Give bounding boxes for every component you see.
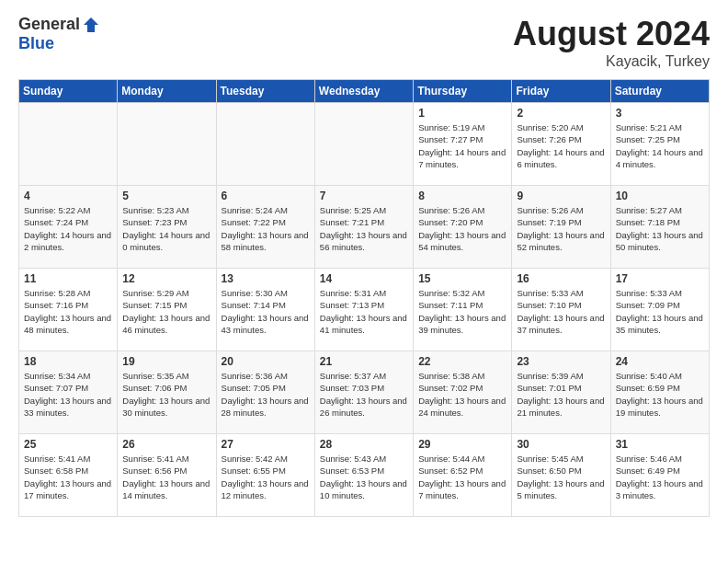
- calendar-table: Sunday Monday Tuesday Wednesday Thursday…: [18, 79, 710, 517]
- calendar-cell: 22Sunrise: 5:38 AMSunset: 7:02 PMDayligh…: [414, 351, 512, 434]
- day-info: Sunrise: 5:19 AMSunset: 7:27 PMDaylight:…: [418, 122, 506, 169]
- calendar-cell: 8Sunrise: 5:26 AMSunset: 7:20 PMDaylight…: [414, 186, 512, 269]
- day-number: 3: [616, 107, 704, 120]
- day-number: 23: [517, 355, 605, 368]
- day-info: Sunrise: 5:45 AMSunset: 6:50 PMDaylight:…: [517, 454, 604, 500]
- day-number: 25: [24, 438, 112, 451]
- day-number: 17: [616, 272, 704, 285]
- day-info: Sunrise: 5:40 AMSunset: 6:59 PMDaylight:…: [616, 371, 703, 418]
- day-info: Sunrise: 5:38 AMSunset: 7:02 PMDaylight:…: [418, 371, 506, 418]
- calendar-cell: [216, 103, 314, 186]
- day-info: Sunrise: 5:30 AMSunset: 7:14 PMDaylight:…: [222, 288, 309, 335]
- day-info: Sunrise: 5:41 AMSunset: 6:58 PMDaylight:…: [24, 454, 111, 500]
- day-number: 6: [222, 190, 310, 202]
- day-number: 18: [24, 355, 112, 368]
- day-info: Sunrise: 5:37 AMSunset: 7:03 PMDaylight:…: [320, 371, 407, 418]
- logo-icon: [82, 16, 100, 34]
- day-info: Sunrise: 5:41 AMSunset: 6:56 PMDaylight:…: [122, 454, 210, 500]
- calendar-cell: 18Sunrise: 5:34 AMSunset: 7:07 PMDayligh…: [19, 351, 118, 434]
- day-number: 16: [517, 272, 605, 285]
- col-monday: Monday: [118, 80, 216, 103]
- location: Kayacik, Turkey: [513, 53, 710, 70]
- calendar-cell: 7Sunrise: 5:25 AMSunset: 7:21 PMDaylight…: [314, 186, 413, 269]
- logo: General Blue: [18, 15, 100, 53]
- calendar-cell: [314, 103, 413, 186]
- day-number: 11: [24, 272, 112, 285]
- calendar-cell: 3Sunrise: 5:21 AMSunset: 7:25 PMDaylight…: [610, 103, 709, 186]
- calendar-cell: 15Sunrise: 5:32 AMSunset: 7:11 PMDayligh…: [414, 269, 512, 351]
- day-number: 10: [616, 190, 704, 202]
- day-number: 29: [418, 438, 506, 451]
- calendar-cell: 16Sunrise: 5:33 AMSunset: 7:10 PMDayligh…: [512, 269, 610, 351]
- day-info: Sunrise: 5:33 AMSunset: 7:09 PMDaylight:…: [616, 288, 703, 335]
- day-number: 28: [320, 438, 408, 451]
- calendar-cell: 17Sunrise: 5:33 AMSunset: 7:09 PMDayligh…: [610, 269, 709, 351]
- calendar-cell: 9Sunrise: 5:26 AMSunset: 7:19 PMDaylight…: [512, 186, 610, 269]
- calendar-week-2: 4Sunrise: 5:22 AMSunset: 7:24 PMDaylight…: [19, 186, 710, 269]
- calendar-cell: 25Sunrise: 5:41 AMSunset: 6:58 PMDayligh…: [19, 434, 118, 517]
- calendar-cell: 12Sunrise: 5:29 AMSunset: 7:15 PMDayligh…: [118, 269, 216, 351]
- day-info: Sunrise: 5:32 AMSunset: 7:11 PMDaylight:…: [418, 288, 506, 335]
- header-row: Sunday Monday Tuesday Wednesday Thursday…: [19, 80, 710, 103]
- day-number: 24: [616, 355, 704, 368]
- calendar-cell: 2Sunrise: 5:20 AMSunset: 7:26 PMDaylight…: [512, 103, 610, 186]
- day-info: Sunrise: 5:20 AMSunset: 7:26 PMDaylight:…: [517, 122, 604, 169]
- calendar-cell: 14Sunrise: 5:31 AMSunset: 7:13 PMDayligh…: [314, 269, 413, 351]
- calendar-cell: [19, 103, 118, 186]
- calendar-cell: 26Sunrise: 5:41 AMSunset: 6:56 PMDayligh…: [118, 434, 216, 517]
- day-info: Sunrise: 5:28 AMSunset: 7:16 PMDaylight:…: [24, 288, 111, 335]
- day-number: 21: [320, 355, 408, 368]
- col-saturday: Saturday: [610, 80, 709, 103]
- calendar-cell: 10Sunrise: 5:27 AMSunset: 7:18 PMDayligh…: [610, 186, 709, 269]
- calendar-cell: 30Sunrise: 5:45 AMSunset: 6:50 PMDayligh…: [512, 434, 610, 517]
- calendar-week-4: 18Sunrise: 5:34 AMSunset: 7:07 PMDayligh…: [19, 351, 710, 434]
- day-number: 30: [517, 438, 605, 451]
- day-info: Sunrise: 5:29 AMSunset: 7:15 PMDaylight:…: [122, 288, 210, 335]
- day-number: 5: [122, 190, 210, 202]
- calendar-cell: 1Sunrise: 5:19 AMSunset: 7:27 PMDaylight…: [414, 103, 512, 186]
- day-info: Sunrise: 5:36 AMSunset: 7:05 PMDaylight:…: [222, 371, 309, 418]
- day-info: Sunrise: 5:44 AMSunset: 6:52 PMDaylight:…: [418, 454, 506, 500]
- calendar-cell: 29Sunrise: 5:44 AMSunset: 6:52 PMDayligh…: [414, 434, 512, 517]
- day-info: Sunrise: 5:26 AMSunset: 7:20 PMDaylight:…: [418, 205, 506, 252]
- calendar-cell: 11Sunrise: 5:28 AMSunset: 7:16 PMDayligh…: [19, 269, 118, 351]
- day-number: 15: [418, 272, 506, 285]
- day-info: Sunrise: 5:42 AMSunset: 6:55 PMDaylight:…: [222, 454, 309, 500]
- calendar-cell: 24Sunrise: 5:40 AMSunset: 6:59 PMDayligh…: [610, 351, 709, 434]
- calendar-week-3: 11Sunrise: 5:28 AMSunset: 7:16 PMDayligh…: [19, 269, 710, 351]
- day-number: 12: [122, 272, 210, 285]
- calendar-cell: 21Sunrise: 5:37 AMSunset: 7:03 PMDayligh…: [314, 351, 413, 434]
- col-tuesday: Tuesday: [216, 80, 314, 103]
- day-number: 31: [616, 438, 704, 451]
- day-info: Sunrise: 5:35 AMSunset: 7:06 PMDaylight:…: [122, 371, 210, 418]
- calendar-cell: 19Sunrise: 5:35 AMSunset: 7:06 PMDayligh…: [118, 351, 216, 434]
- day-info: Sunrise: 5:43 AMSunset: 6:53 PMDaylight:…: [320, 454, 407, 500]
- day-number: 2: [517, 107, 605, 120]
- logo-general-text: General: [18, 15, 80, 34]
- calendar-cell: 4Sunrise: 5:22 AMSunset: 7:24 PMDaylight…: [19, 186, 118, 269]
- calendar-cell: 20Sunrise: 5:36 AMSunset: 7:05 PMDayligh…: [216, 351, 314, 434]
- day-number: 7: [320, 190, 408, 202]
- day-info: Sunrise: 5:39 AMSunset: 7:01 PMDaylight:…: [517, 371, 604, 418]
- col-wednesday: Wednesday: [314, 80, 413, 103]
- day-info: Sunrise: 5:27 AMSunset: 7:18 PMDaylight:…: [616, 205, 703, 252]
- day-number: 22: [418, 355, 506, 368]
- day-number: 13: [222, 272, 310, 285]
- day-number: 26: [122, 438, 210, 451]
- month-year: August 2024: [513, 15, 710, 53]
- day-info: Sunrise: 5:33 AMSunset: 7:10 PMDaylight:…: [517, 288, 604, 335]
- day-number: 8: [418, 190, 506, 202]
- day-number: 19: [122, 355, 210, 368]
- day-number: 20: [222, 355, 310, 368]
- title-block: August 2024 Kayacik, Turkey: [513, 15, 710, 70]
- col-friday: Friday: [512, 80, 610, 103]
- calendar-cell: 6Sunrise: 5:24 AMSunset: 7:22 PMDaylight…: [216, 186, 314, 269]
- day-info: Sunrise: 5:22 AMSunset: 7:24 PMDaylight:…: [24, 205, 111, 252]
- page-header: General Blue August 2024 Kayacik, Turkey: [18, 15, 710, 70]
- day-info: Sunrise: 5:26 AMSunset: 7:19 PMDaylight:…: [517, 205, 604, 252]
- day-info: Sunrise: 5:46 AMSunset: 6:49 PMDaylight:…: [616, 454, 703, 500]
- day-number: 9: [517, 190, 605, 202]
- calendar-cell: 23Sunrise: 5:39 AMSunset: 7:01 PMDayligh…: [512, 351, 610, 434]
- calendar-cell: [118, 103, 216, 186]
- calendar-cell: 27Sunrise: 5:42 AMSunset: 6:55 PMDayligh…: [216, 434, 314, 517]
